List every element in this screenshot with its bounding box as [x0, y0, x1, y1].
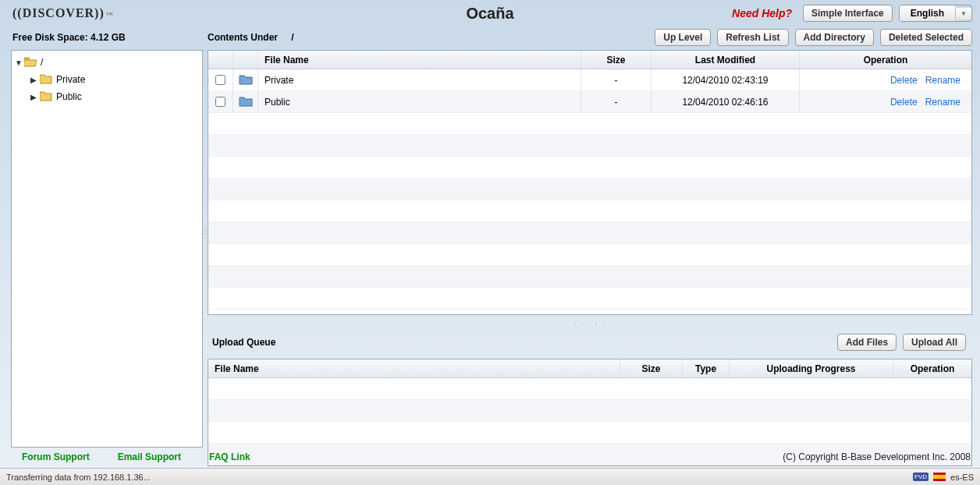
- tree-item-public[interactable]: ▶ Public: [15, 88, 199, 105]
- main: ▼ / ▶ Private ▶ Public ⋮: [0, 50, 980, 448]
- folder-open-icon: [24, 57, 37, 68]
- tree-root-label: /: [41, 57, 43, 68]
- file-table-body: Private - 12/04/2010 02:43:19 Delete Ren…: [208, 69, 971, 314]
- expand-arrow-icon[interactable]: ▶: [30, 93, 38, 101]
- row-checkbox[interactable]: [215, 97, 225, 107]
- file-size: -: [581, 91, 652, 112]
- uq-header-size[interactable]: Size: [620, 359, 683, 377]
- file-name: Private: [258, 69, 581, 90]
- svg-rect-1: [933, 475, 946, 479]
- uq-header-operation: Operation: [893, 359, 971, 377]
- header-operation: Operation: [800, 51, 971, 69]
- locale-text: es-ES: [950, 473, 974, 482]
- tree-item-label: Private: [56, 74, 85, 85]
- content-area: File Name Size Last Modified Operation P…: [208, 50, 972, 448]
- add-directory-button[interactable]: Add Directory: [795, 29, 874, 46]
- need-help-link[interactable]: Need Help?: [732, 7, 792, 19]
- tree-root[interactable]: ▼ /: [15, 54, 199, 71]
- folder-tree: ▼ / ▶ Private ▶ Public: [11, 50, 203, 448]
- uq-header-filename[interactable]: File Name: [208, 359, 620, 377]
- uq-header-type[interactable]: Type: [683, 359, 730, 377]
- upload-queue-title: Upload Queue: [212, 337, 275, 348]
- file-modified: 12/04/2010 02:46:16: [652, 91, 800, 112]
- header-size[interactable]: Size: [581, 51, 652, 69]
- delete-link[interactable]: Delete: [890, 75, 918, 86]
- rename-link[interactable]: Rename: [925, 97, 960, 108]
- refresh-list-button[interactable]: Refresh List: [717, 29, 788, 46]
- top-right-controls: Need Help? Simple Interface English ▼: [732, 5, 972, 22]
- breadcrumb: Contents Under /: [208, 32, 294, 43]
- delete-link[interactable]: Delete: [890, 97, 918, 108]
- file-table-header: File Name Size Last Modified Operation: [208, 51, 971, 69]
- logo-trademark: ™: [106, 11, 114, 19]
- header-icon-col: [233, 51, 258, 69]
- row-checkbox[interactable]: [215, 75, 225, 85]
- tree-item-private[interactable]: ▶ Private: [15, 71, 199, 88]
- logo-text: ((DISCOVER)): [12, 6, 105, 20]
- upload-table-header: File Name Size Type Uploading Progress O…: [208, 359, 971, 378]
- rename-link[interactable]: Rename: [925, 75, 960, 86]
- folder-icon: [40, 74, 52, 85]
- badge-icon: FVD: [913, 473, 929, 481]
- page-title: Ocaña: [466, 5, 513, 23]
- collapse-arrow-icon[interactable]: ▼: [15, 58, 23, 67]
- status-bar: Transferring data from 192.168.1.36... F…: [0, 468, 980, 485]
- up-level-button[interactable]: Up Level: [655, 29, 711, 46]
- forum-support-link[interactable]: Forum Support: [22, 451, 90, 462]
- language-value: English: [900, 5, 955, 21]
- horizontal-splitter[interactable]: · · · · ·: [208, 320, 972, 326]
- flag-spain-icon: [933, 473, 946, 481]
- disk-space-label: Free Disk Space:: [12, 32, 88, 43]
- table-row[interactable]: Public - 12/04/2010 02:46:16 Delete Rena…: [208, 91, 971, 113]
- header-filename[interactable]: File Name: [258, 51, 581, 69]
- upload-queue-header: Upload Queue Add Files Upload All: [208, 331, 972, 354]
- simple-interface-button[interactable]: Simple Interface: [803, 5, 893, 22]
- file-list-panel: File Name Size Last Modified Operation P…: [208, 50, 972, 315]
- table-row[interactable]: Private - 12/04/2010 02:43:19 Delete Ren…: [208, 69, 971, 91]
- vertical-splitter[interactable]: ⋮: [201, 229, 208, 268]
- folder-icon: [233, 69, 258, 90]
- faq-link[interactable]: FAQ Link: [209, 451, 250, 462]
- status-text: Transferring data from 192.168.1.36...: [6, 473, 151, 482]
- email-support-link[interactable]: Email Support: [118, 451, 181, 462]
- current-path: /: [291, 32, 293, 43]
- language-select[interactable]: English ▼: [899, 5, 972, 22]
- file-size: -: [581, 69, 652, 90]
- add-files-button[interactable]: Add Files: [837, 334, 897, 351]
- contents-under-label: Contents Under: [208, 32, 278, 43]
- chevron-down-icon: ▼: [955, 8, 971, 19]
- footer: Forum Support Email Support FAQ Link (C)…: [0, 449, 980, 465]
- uq-header-progress[interactable]: Uploading Progress: [730, 359, 893, 377]
- disk-space: Free Disk Space: 4.12 GB: [12, 32, 208, 43]
- upload-all-button[interactable]: Upload All: [903, 334, 966, 351]
- toolbar: Free Disk Space: 4.12 GB Contents Under …: [0, 25, 980, 50]
- folder-icon: [40, 91, 52, 102]
- disk-space-value: 4.12 GB: [91, 32, 126, 43]
- file-modified: 12/04/2010 02:43:19: [652, 69, 800, 90]
- file-name: Public: [258, 91, 581, 112]
- logo: ((DISCOVER)) ™: [12, 6, 114, 20]
- top-bar: ((DISCOVER)) ™ Ocaña Need Help? Simple I…: [0, 0, 980, 25]
- deleted-selected-button[interactable]: Deleted Selected: [880, 29, 972, 46]
- tree-item-label: Public: [56, 91, 82, 102]
- header-modified[interactable]: Last Modified: [652, 51, 800, 69]
- toolbar-buttons: Up Level Refresh List Add Directory Dele…: [655, 29, 972, 46]
- folder-icon: [233, 91, 258, 112]
- header-checkbox-col: [208, 51, 233, 69]
- copyright-text: (C) Copyright B-Base Development Inc. 20…: [783, 451, 971, 462]
- expand-arrow-icon[interactable]: ▶: [30, 76, 38, 84]
